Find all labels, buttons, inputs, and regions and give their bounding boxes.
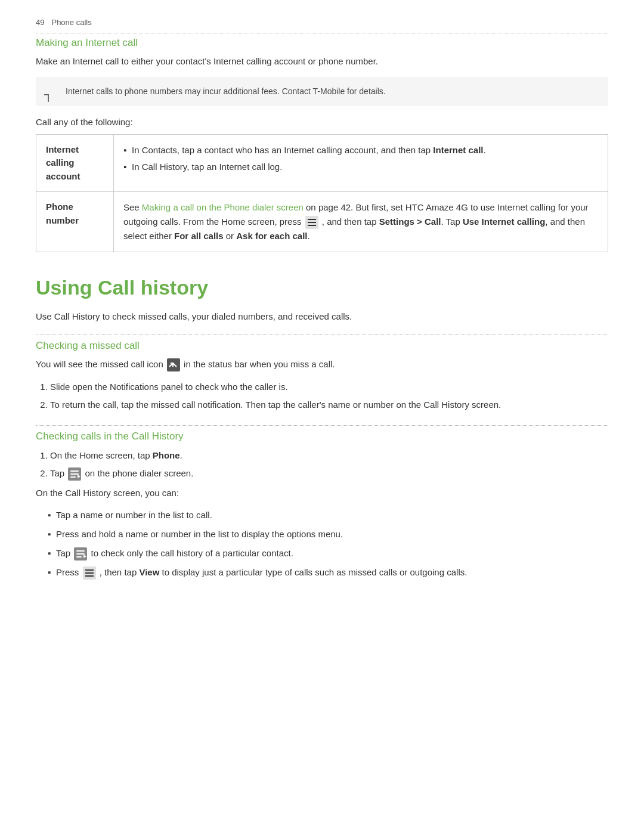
- missed-call-description: You will see the missed call icon in the…: [36, 358, 608, 371]
- call-history-description: Use Call History to check missed calls, …: [36, 310, 608, 324]
- checking-call-history-section: Checking calls in the Call History On th…: [36, 425, 608, 580]
- svg-rect-6: [70, 473, 79, 475]
- chapter-title: Using Call history: [36, 276, 608, 299]
- table-content-internet: In Contacts, tap a contact who has an In…: [114, 135, 608, 192]
- making-internet-call-section: Making an Internet call Make an Internet…: [36, 33, 608, 252]
- making-internet-call-title: Making an Internet call: [36, 37, 608, 49]
- phone-bold: Phone: [153, 450, 180, 460]
- internet-call-list: In Contacts, tap a contact who has an In…: [123, 143, 598, 174]
- section-divider-missed: [36, 335, 608, 335]
- page-header: 49 Phone calls: [36, 18, 608, 27]
- list-item: In Call History, tap an Internet call lo…: [123, 160, 598, 174]
- menu-icon: [305, 216, 318, 229]
- note-text: Internet calls to phone numbers may incu…: [66, 86, 386, 96]
- list-item: Slide open the Notifications panel to ch…: [50, 380, 608, 394]
- page-number: 49: [36, 18, 44, 27]
- list-item: Tap on the phone dialer screen.: [50, 466, 608, 481]
- call-history-bullets: Tap a name or number in the list to call…: [48, 508, 608, 580]
- flag-icon: ┐: [44, 85, 52, 103]
- making-internet-call-description: Make an Internet call to either your con…: [36, 55, 608, 69]
- list-item: Press , then tap View to display just a …: [48, 565, 608, 580]
- table-row-internet: Internetcallingaccount In Contacts, tap …: [36, 135, 608, 193]
- list-item: Press and hold a name or number in the l…: [48, 527, 608, 541]
- settings-call-bold: Settings > Call: [379, 216, 441, 227]
- view-bold: View: [139, 567, 159, 577]
- contact-history-icon: [74, 547, 87, 561]
- menu-icon-2: [83, 566, 96, 580]
- checking-missed-call-section: Checking a missed call You will see the …: [36, 335, 608, 412]
- svg-rect-11: [76, 553, 85, 555]
- missed-call-steps: Slide open the Notifications panel to ch…: [50, 380, 608, 412]
- list-item: On the Home screen, tap Phone.: [50, 448, 608, 463]
- table-label-internet: Internetcallingaccount: [36, 135, 114, 192]
- call-history-steps: On the Home screen, tap Phone. Tap on th…: [50, 448, 608, 481]
- use-internet-calling-bold: Use Internet calling: [463, 216, 545, 227]
- ask-for-each-bold: Ask for each call: [236, 231, 307, 241]
- table-content-phone: See Making a call on the Phone dialer sc…: [114, 192, 608, 252]
- checking-call-history-title: Checking calls in the Call History: [36, 431, 608, 442]
- svg-rect-12: [76, 556, 82, 558]
- list-item: Tap to check only the call history of a …: [48, 546, 608, 561]
- section-divider-history: [36, 425, 608, 426]
- call-any-text: Call any of the following:: [36, 117, 608, 127]
- using-call-history-section: Using Call history Use Call History to c…: [36, 276, 608, 580]
- table-label-phone: Phonenumber: [36, 192, 114, 252]
- page-section-label: Phone calls: [51, 18, 91, 27]
- checking-missed-call-title: Checking a missed call: [36, 340, 608, 352]
- phone-dialer-link: Making a call on the Phone dialer screen: [142, 202, 304, 212]
- table-row-phone: Phonenumber See Making a call on the Pho…: [36, 192, 608, 252]
- svg-rect-10: [76, 550, 85, 552]
- call-history-icon: [68, 467, 81, 481]
- section-divider-top: [36, 33, 608, 33]
- missed-call-icon: [167, 358, 180, 371]
- list-item: Tap a name or number in the list to call…: [48, 508, 608, 522]
- list-item: To return the call, tap the missed call …: [50, 398, 608, 412]
- note-box: ┐ Internet calls to phone numbers may in…: [36, 77, 608, 106]
- list-item: In Contacts, tap a contact who has an In…: [123, 143, 598, 157]
- on-screen-label: On the Call History screen, you can:: [36, 487, 608, 500]
- for-all-calls-bold: For all calls: [174, 231, 224, 241]
- svg-rect-5: [70, 470, 79, 472]
- internet-call-table: Internetcallingaccount In Contacts, tap …: [36, 134, 608, 253]
- svg-rect-7: [70, 476, 76, 478]
- internet-call-bold: Internet call: [433, 145, 483, 155]
